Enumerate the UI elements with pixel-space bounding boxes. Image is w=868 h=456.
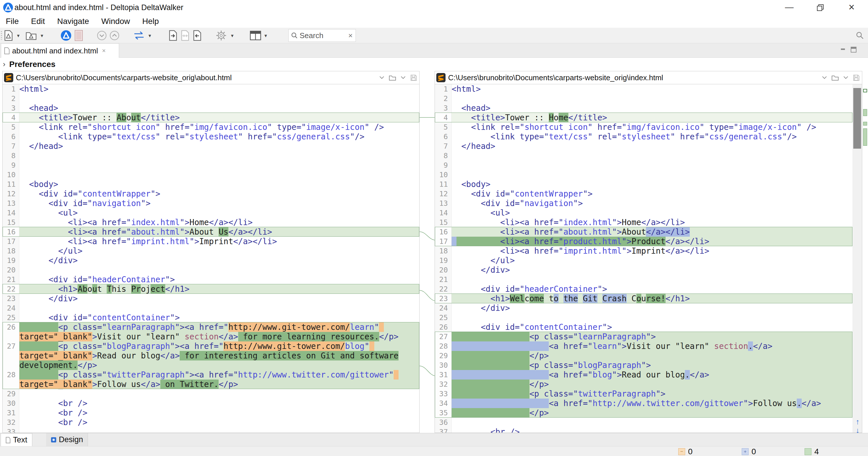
code-text[interactable]: </p> — [452, 379, 852, 389]
code-text[interactable]: <p class="twitterParagraph"><a href="htt… — [19, 370, 419, 379]
compare-folders-caret[interactable]: ▼ — [40, 30, 44, 41]
code-text[interactable]: target="_blank">Read our blog</a> for in… — [19, 351, 419, 361]
code-text[interactable]: <p class="learnParagraph"><a href="http:… — [19, 322, 419, 332]
code-line[interactable]: 19 </ul> — [435, 256, 852, 265]
code-text[interactable]: <br /> — [19, 408, 419, 418]
prev-diff-button[interactable] — [110, 30, 119, 41]
code-text[interactable]: <div id="headerContainer"> — [19, 275, 419, 284]
code-text[interactable]: development.</p> — [19, 361, 419, 370]
code-line[interactable]: 6 <link type="text/css" rel="stylesheet"… — [435, 132, 852, 141]
code-text[interactable]: <div id="contentWrapper"> — [19, 189, 419, 199]
code-line[interactable]: 35 </p> — [435, 408, 852, 418]
code-text[interactable] — [19, 151, 419, 161]
code-line[interactable]: development.</p> — [3, 361, 419, 370]
code-line[interactable]: 28 <p class="twitterParagraph"><a href="… — [3, 370, 419, 379]
code-text[interactable]: <a href="http://www.twitter.com/gittower… — [452, 399, 852, 408]
code-text[interactable] — [452, 161, 852, 170]
code-text[interactable]: <li><a href="index.html">Home</a></li> — [452, 218, 852, 227]
code-line[interactable]: 6 <link type="text/css" rel="stylesheet"… — [3, 132, 419, 141]
code-line[interactable]: 31 <br /> — [3, 408, 419, 418]
code-text[interactable]: </head> — [19, 141, 419, 151]
code-line[interactable]: 13 <div id="navigation"> — [435, 199, 852, 208]
code-line[interactable]: 11 <body> — [435, 179, 852, 189]
code-line[interactable]: 20 — [3, 265, 419, 275]
ruler-mark[interactable] — [863, 122, 867, 125]
code-line[interactable]: 23 </div> — [3, 294, 419, 303]
toolbar-search-button[interactable] — [856, 30, 864, 41]
code-line[interactable]: 27 <p class="blogParagraph"><a href="htt… — [3, 341, 419, 351]
code-text[interactable] — [452, 151, 852, 161]
restore-button[interactable] — [807, 0, 833, 15]
code-line[interactable]: 14 <ul> — [435, 208, 852, 218]
code-text[interactable]: </div> — [452, 265, 852, 275]
code-text[interactable] — [452, 418, 852, 427]
code-text[interactable]: <li><a href="imprint.html">Imprint</a></… — [452, 246, 852, 256]
minimize-view-icon[interactable] — [840, 47, 847, 54]
code-line[interactable]: 15 <li><a href="index.html">Home</a></li… — [3, 218, 419, 227]
comparison-tab[interactable]: about.html and index.html × — [1, 43, 119, 58]
close-button[interactable]: × — [839, 0, 865, 15]
menu-navigate[interactable]: Navigate — [57, 15, 89, 28]
code-text[interactable]: <html> — [19, 84, 419, 94]
menu-edit[interactable]: Edit — [31, 15, 45, 28]
compare-folders-button[interactable] — [25, 30, 37, 41]
code-line[interactable]: 4 <title>Tower :: Home</title> — [435, 113, 852, 122]
code-text[interactable]: </div> — [19, 294, 419, 303]
code-line[interactable]: 8 — [3, 151, 419, 161]
code-line[interactable]: 29 </p> — [435, 351, 852, 361]
code-text[interactable] — [452, 275, 852, 284]
code-line[interactable]: 24 — [3, 303, 419, 313]
code-text[interactable]: <title>Tower :: About</title> — [19, 113, 419, 122]
maximize-view-icon[interactable] — [850, 46, 858, 54]
code-line[interactable]: 13 <div id="navigation"> — [3, 199, 419, 208]
code-line[interactable]: 17 <li><a href="product.html">Product</a… — [435, 237, 852, 246]
collapse-arrow-icon[interactable]: › — [3, 60, 5, 69]
folder-icon[interactable] — [831, 75, 839, 81]
code-line[interactable]: 33 — [3, 427, 419, 433]
code-text[interactable]: <li><a href="imprint.html">Imprint</a></… — [19, 237, 419, 246]
next-diff-button[interactable] — [97, 30, 107, 41]
code-text[interactable]: <link type="text/css" rel="stylesheet" h… — [19, 132, 419, 141]
settings-caret[interactable]: ▼ — [230, 30, 235, 41]
code-text[interactable]: <p class="twitterParagraph"> — [452, 389, 852, 399]
code-text[interactable]: <div id="navigation"> — [19, 199, 419, 208]
right-code-editor[interactable]: 1<html>23 <head>4 <title>Tower :: Home</… — [435, 84, 852, 433]
swap-sides-caret[interactable]: ▼ — [148, 30, 152, 41]
code-text[interactable]: <h1>About This Project</h1> — [19, 284, 419, 294]
layout-caret[interactable]: ▼ — [264, 30, 268, 41]
ruler-mark[interactable] — [863, 129, 867, 146]
code-text[interactable]: <div id="contentContainer"> — [452, 322, 852, 332]
code-text[interactable]: target="_blank">Follow us</a> on Twitter… — [19, 379, 419, 389]
code-line[interactable]: 32 </p> — [435, 379, 852, 389]
menu-file[interactable]: File — [6, 15, 19, 28]
code-text[interactable]: <a href="learn">Visit our "learn" sectio… — [452, 341, 852, 351]
search-input[interactable]: Search × — [288, 29, 356, 42]
code-line[interactable]: 21 <div id="headerContainer"> — [3, 275, 419, 284]
code-text[interactable]: <br /> — [452, 427, 852, 433]
vertical-scrollbar[interactable] — [852, 84, 862, 433]
code-text[interactable]: <p class="blogParagraph"><a href="http:/… — [19, 341, 419, 351]
code-text[interactable] — [19, 303, 419, 313]
chevron-down-icon[interactable] — [400, 76, 406, 80]
code-line[interactable]: 4 <title>Tower :: About</title> — [3, 113, 419, 122]
code-text[interactable]: <li><a href="index.html">Home</a></li> — [19, 218, 419, 227]
code-line[interactable]: 10 — [435, 170, 852, 179]
code-line[interactable]: 5 <link rel="shortcut icon" href="img/fa… — [3, 122, 419, 132]
code-text[interactable]: <link rel="shortcut icon" href="img/favi… — [19, 122, 419, 132]
code-text[interactable]: <body> — [19, 179, 419, 189]
code-line[interactable]: 1<html> — [435, 84, 852, 94]
scrollbar-thumb[interactable] — [853, 88, 861, 149]
code-line[interactable]: 3 <head> — [3, 103, 419, 113]
code-text[interactable]: <p class="learnParagraph"> — [452, 332, 852, 341]
settings-button[interactable] — [216, 30, 227, 41]
code-line[interactable]: 16 <li><a href="about.html">About Us</a>… — [3, 227, 419, 237]
compare-files-button[interactable] — [3, 30, 13, 41]
code-line[interactable]: 32 <br /> — [3, 418, 419, 427]
code-line[interactable]: target="_blank">Visit our "learn" sectio… — [3, 332, 419, 341]
code-line[interactable]: 14 <ul> — [3, 208, 419, 218]
code-line[interactable]: 24 </div> — [435, 303, 852, 313]
ruler-mark[interactable] — [863, 109, 867, 116]
code-line[interactable]: 34 <a href="http://www.twitter.com/gitto… — [435, 399, 852, 408]
code-text[interactable]: target="_blank">Visit our "learn" sectio… — [19, 332, 419, 341]
code-line[interactable]: 12 <div id="contentWrapper"> — [435, 189, 852, 199]
